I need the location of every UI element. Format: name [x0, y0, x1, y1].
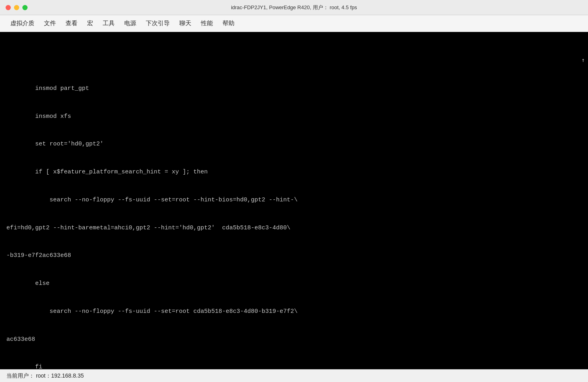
menubar: 虚拟介质 文件 查看 宏 工具 电源 下次引导 聊天 性能 帮助 [0, 15, 588, 32]
statusbar: 当前用户： root：192.168.8.35 [0, 369, 588, 382]
menu-view[interactable]: 查看 [62, 18, 81, 29]
terminal-line: insmod xfs [0, 112, 588, 121]
window-title: idrac-FDP2JY1, PowerEdge R420, 用户： root,… [231, 4, 357, 11]
menu-chat[interactable]: 聊天 [175, 18, 195, 29]
terminal-output: ↑ insmod part_gpt insmod xfs set root='h… [0, 32, 588, 369]
minimize-button[interactable] [14, 5, 19, 10]
maximize-button[interactable] [22, 5, 28, 10]
terminal-line: insmod part_gpt [0, 84, 588, 93]
menu-tools[interactable]: 工具 [99, 18, 119, 29]
terminal-line: search --no-floppy --fs-uuid --set=root … [0, 195, 588, 205]
status-text: 当前用户： root：192.168.8.35 [6, 372, 84, 380]
terminal-line: -b319-e7f2ac633e68 [0, 251, 588, 260]
terminal-line: efi=hd0,gpt2 --hint-baremetal=ahci0,gpt2… [0, 223, 588, 233]
menu-performance[interactable]: 性能 [197, 18, 217, 29]
window-controls [6, 5, 28, 10]
terminal-line: fi [0, 362, 588, 369]
terminal-line: search --no-floppy --fs-uuid --set=root … [0, 307, 588, 316]
menu-macro[interactable]: 宏 [83, 18, 97, 29]
scroll-up-indicator: ↑ [582, 56, 585, 65]
menu-next-boot[interactable]: 下次引导 [142, 18, 174, 29]
terminal-line: else [0, 279, 588, 288]
terminal-line: set root='hd0,gpt2' [0, 139, 588, 149]
titlebar: idrac-FDP2JY1, PowerEdge R420, 用户： root,… [0, 0, 588, 15]
terminal-line: if [ x$feature_platform_search_hint = xy… [0, 167, 588, 177]
menu-file[interactable]: 文件 [40, 18, 60, 29]
menu-virtual-media[interactable]: 虚拟介质 [6, 18, 38, 29]
menu-help[interactable]: 帮助 [219, 18, 238, 29]
menu-power[interactable]: 电源 [120, 18, 140, 29]
terminal-line: ac633e68 [0, 335, 588, 344]
close-button[interactable] [6, 5, 11, 10]
terminal-area[interactable]: ↑ insmod part_gpt insmod xfs set root='h… [0, 32, 588, 369]
